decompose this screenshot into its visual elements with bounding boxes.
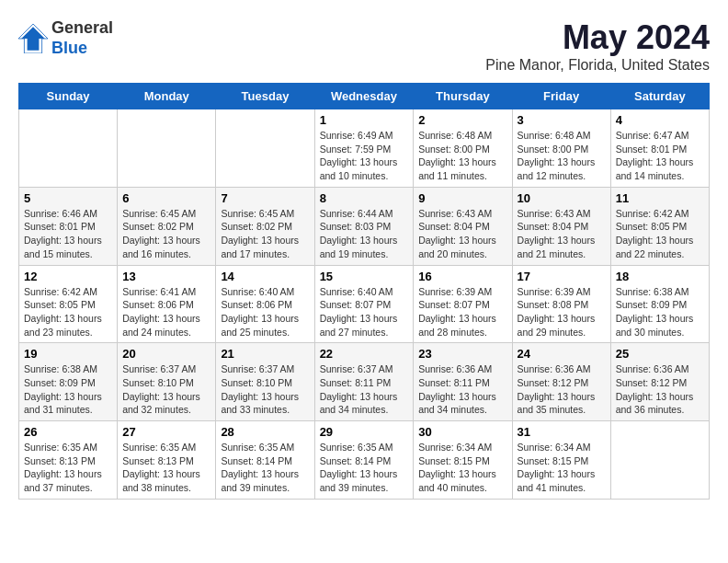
cell-info: Sunrise: 6:36 AM Sunset: 8:11 PM Dayligh…	[418, 362, 506, 417]
subtitle: Pine Manor, Florida, United States	[485, 57, 710, 74]
calendar-cell: 12Sunrise: 6:42 AM Sunset: 8:05 PM Dayli…	[19, 265, 118, 343]
weekday-header-friday: Friday	[512, 84, 610, 109]
cell-date: 25	[616, 347, 704, 361]
calendar-cell: 13Sunrise: 6:41 AM Sunset: 8:06 PM Dayli…	[118, 265, 216, 343]
cell-date: 3	[518, 113, 606, 127]
cell-date: 13	[122, 270, 210, 283]
cell-date: 29	[320, 425, 409, 439]
cell-info: Sunrise: 6:44 AM Sunset: 8:03 PM Dayligh…	[320, 207, 409, 261]
cell-date: 7	[221, 191, 309, 205]
main-title: May 2024	[485, 18, 710, 57]
calendar-cell	[610, 421, 709, 500]
cell-info: Sunrise: 6:36 AM Sunset: 8:12 PM Dayligh…	[616, 362, 704, 417]
calendar-cell: 8Sunrise: 6:44 AM Sunset: 8:03 PM Daylig…	[314, 187, 414, 265]
calendar-cell: 6Sunrise: 6:45 AM Sunset: 8:02 PM Daylig…	[118, 187, 216, 265]
calendar-cell: 23Sunrise: 6:36 AM Sunset: 8:11 PM Dayli…	[414, 343, 512, 421]
calendar-cell: 20Sunrise: 6:37 AM Sunset: 8:10 PM Dayli…	[118, 343, 216, 421]
cell-date: 4	[616, 113, 704, 127]
cell-date: 11	[616, 191, 704, 205]
cell-date: 20	[122, 347, 210, 361]
calendar-cell: 9Sunrise: 6:43 AM Sunset: 8:04 PM Daylig…	[414, 187, 512, 265]
svg-marker-0	[21, 27, 45, 51]
calendar-cell: 21Sunrise: 6:37 AM Sunset: 8:10 PM Dayli…	[216, 343, 314, 421]
weekday-header-saturday: Saturday	[610, 84, 709, 109]
calendar-cell: 19Sunrise: 6:38 AM Sunset: 8:09 PM Dayli…	[19, 343, 118, 421]
cell-info: Sunrise: 6:48 AM Sunset: 8:00 PM Dayligh…	[518, 129, 606, 183]
cell-date: 27	[122, 425, 210, 439]
calendar-week-5: 26Sunrise: 6:35 AM Sunset: 8:13 PM Dayli…	[19, 421, 710, 500]
weekday-header-monday: Monday	[118, 84, 216, 109]
cell-date: 17	[518, 270, 606, 283]
cell-info: Sunrise: 6:45 AM Sunset: 8:02 PM Dayligh…	[122, 207, 210, 261]
cell-info: Sunrise: 6:35 AM Sunset: 8:13 PM Dayligh…	[122, 441, 210, 495]
calendar-cell: 4Sunrise: 6:47 AM Sunset: 8:01 PM Daylig…	[610, 109, 709, 188]
cell-date: 28	[221, 425, 309, 439]
weekday-header-row: SundayMondayTuesdayWednesdayThursdayFrid…	[19, 84, 710, 109]
cell-info: Sunrise: 6:42 AM Sunset: 8:05 PM Dayligh…	[616, 207, 704, 261]
cell-date: 19	[24, 347, 112, 361]
calendar-week-2: 5Sunrise: 6:46 AM Sunset: 8:01 PM Daylig…	[19, 187, 710, 265]
calendar-cell: 17Sunrise: 6:39 AM Sunset: 8:08 PM Dayli…	[512, 265, 610, 343]
weekday-header-thursday: Thursday	[414, 84, 512, 109]
cell-info: Sunrise: 6:37 AM Sunset: 8:11 PM Dayligh…	[320, 362, 409, 417]
calendar-cell: 15Sunrise: 6:40 AM Sunset: 8:07 PM Dayli…	[314, 265, 414, 343]
cell-date: 26	[24, 425, 112, 439]
calendar-cell: 10Sunrise: 6:43 AM Sunset: 8:04 PM Dayli…	[512, 187, 610, 265]
cell-info: Sunrise: 6:48 AM Sunset: 8:00 PM Dayligh…	[418, 129, 506, 183]
calendar-cell: 11Sunrise: 6:42 AM Sunset: 8:05 PM Dayli…	[610, 187, 709, 265]
cell-info: Sunrise: 6:49 AM Sunset: 7:59 PM Dayligh…	[320, 129, 409, 183]
cell-date: 10	[518, 191, 606, 205]
logo-general: General	[51, 18, 113, 37]
weekday-header-wednesday: Wednesday	[314, 84, 414, 109]
calendar-cell: 31Sunrise: 6:34 AM Sunset: 8:15 PM Dayli…	[512, 421, 610, 500]
cell-info: Sunrise: 6:43 AM Sunset: 8:04 PM Dayligh…	[518, 207, 606, 261]
logo-text: General Blue	[51, 18, 113, 58]
cell-date: 21	[221, 347, 309, 361]
calendar-cell: 16Sunrise: 6:39 AM Sunset: 8:07 PM Dayli…	[414, 265, 512, 343]
weekday-header-sunday: Sunday	[19, 84, 118, 109]
calendar-cell: 2Sunrise: 6:48 AM Sunset: 8:00 PM Daylig…	[414, 109, 512, 188]
cell-date: 9	[418, 191, 506, 205]
calendar-cell: 24Sunrise: 6:36 AM Sunset: 8:12 PM Dayli…	[512, 343, 610, 421]
cell-date: 18	[616, 270, 704, 283]
cell-info: Sunrise: 6:47 AM Sunset: 8:01 PM Dayligh…	[616, 129, 704, 183]
cell-info: Sunrise: 6:42 AM Sunset: 8:05 PM Dayligh…	[24, 285, 112, 339]
cell-date: 31	[518, 425, 606, 439]
cell-date: 30	[418, 425, 506, 439]
cell-info: Sunrise: 6:39 AM Sunset: 8:08 PM Dayligh…	[518, 285, 606, 339]
logo-blue: Blue	[51, 39, 87, 57]
calendar-cell	[19, 109, 118, 188]
calendar-week-4: 19Sunrise: 6:38 AM Sunset: 8:09 PM Dayli…	[19, 343, 710, 421]
cell-info: Sunrise: 6:38 AM Sunset: 8:09 PM Dayligh…	[616, 285, 704, 339]
cell-info: Sunrise: 6:39 AM Sunset: 8:07 PM Dayligh…	[418, 285, 506, 339]
cell-date: 5	[24, 191, 112, 205]
cell-date: 2	[418, 113, 506, 127]
calendar-cell	[216, 109, 314, 188]
calendar-week-3: 12Sunrise: 6:42 AM Sunset: 8:05 PM Dayli…	[19, 265, 710, 343]
cell-date: 16	[418, 270, 506, 283]
cell-info: Sunrise: 6:37 AM Sunset: 8:10 PM Dayligh…	[221, 362, 309, 417]
cell-info: Sunrise: 6:45 AM Sunset: 8:02 PM Dayligh…	[221, 207, 309, 261]
cell-date: 15	[320, 270, 409, 283]
cell-info: Sunrise: 6:38 AM Sunset: 8:09 PM Dayligh…	[24, 362, 112, 417]
logo-icon	[18, 24, 48, 53]
cell-date: 12	[24, 270, 112, 283]
cell-info: Sunrise: 6:40 AM Sunset: 8:06 PM Dayligh…	[221, 285, 309, 339]
cell-info: Sunrise: 6:35 AM Sunset: 8:13 PM Dayligh…	[24, 441, 112, 495]
cell-date: 24	[518, 347, 606, 361]
header: General Blue May 2024 Pine Manor, Florid…	[18, 18, 710, 74]
cell-info: Sunrise: 6:34 AM Sunset: 8:15 PM Dayligh…	[518, 441, 606, 495]
calendar: SundayMondayTuesdayWednesdayThursdayFrid…	[18, 83, 710, 500]
cell-info: Sunrise: 6:40 AM Sunset: 8:07 PM Dayligh…	[320, 285, 409, 339]
calendar-cell: 29Sunrise: 6:35 AM Sunset: 8:14 PM Dayli…	[314, 421, 414, 500]
calendar-cell: 7Sunrise: 6:45 AM Sunset: 8:02 PM Daylig…	[216, 187, 314, 265]
cell-date: 23	[418, 347, 506, 361]
cell-date: 14	[221, 270, 309, 283]
cell-date: 22	[320, 347, 409, 361]
cell-info: Sunrise: 6:43 AM Sunset: 8:04 PM Dayligh…	[418, 207, 506, 261]
cell-info: Sunrise: 6:36 AM Sunset: 8:12 PM Dayligh…	[518, 362, 606, 417]
cell-info: Sunrise: 6:46 AM Sunset: 8:01 PM Dayligh…	[24, 207, 112, 261]
calendar-cell	[118, 109, 216, 188]
calendar-cell: 18Sunrise: 6:38 AM Sunset: 8:09 PM Dayli…	[610, 265, 709, 343]
weekday-header-tuesday: Tuesday	[216, 84, 314, 109]
